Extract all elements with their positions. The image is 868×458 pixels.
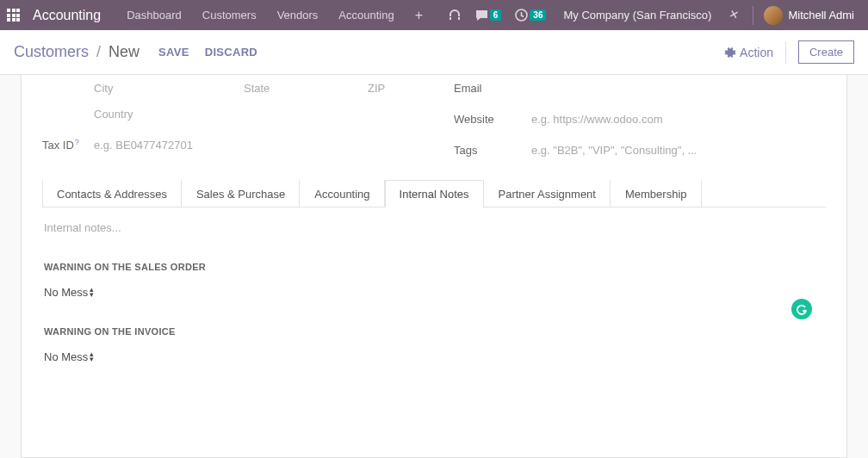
form-sheet: City State ZIP Country Tax ID? e.g. BE04… <box>21 75 847 458</box>
tags-input[interactable]: e.g. "B2B", "VIP", "Consulting", ... <box>531 144 697 157</box>
user-name: Mitchell Admi <box>788 9 854 22</box>
cp-divider <box>785 41 786 64</box>
tab-partner-assignment[interactable]: Partner Assignment <box>484 180 611 207</box>
email-label: Email <box>454 82 531 95</box>
nav-divider <box>753 6 753 25</box>
tags-label: Tags <box>454 144 531 157</box>
tab-sales-purchase[interactable]: Sales & Purchase <box>182 180 300 207</box>
website-label: Website <box>454 113 531 126</box>
action-label: Action <box>740 46 773 59</box>
nav-accounting[interactable]: Accounting <box>328 0 404 30</box>
tab-membership[interactable]: Membership <box>611 180 702 207</box>
gear-icon <box>724 46 736 59</box>
help-icon[interactable]: ? <box>75 138 79 146</box>
nav-dashboard[interactable]: Dashboard <box>116 0 192 30</box>
activities-icon[interactable]: 36 <box>508 0 553 30</box>
breadcrumb-sep: / <box>96 43 101 60</box>
create-button[interactable]: Create <box>798 40 854 64</box>
tabs: Contacts & Addresses Sales & Purchase Ac… <box>42 180 826 207</box>
chevron-updown-icon: ▴▾ <box>90 286 94 299</box>
tab-accounting[interactable]: Accounting <box>300 180 384 207</box>
tax-id-input[interactable]: e.g. BE0477472701 <box>94 139 193 152</box>
tax-id-label: Tax ID? <box>42 138 94 152</box>
control-panel: Customers / New SAVE DISCARD Action Crea… <box>0 30 868 75</box>
action-dropdown[interactable]: Action <box>724 46 773 59</box>
internal-notes-input[interactable]: Internal notes... <box>44 221 824 234</box>
tab-internal-notes[interactable]: Internal Notes <box>385 180 484 207</box>
debug-icon[interactable] <box>722 0 749 30</box>
sales-warning-select[interactable]: No Mess▴▾ <box>44 286 94 299</box>
user-menu[interactable]: Mitchell Admi <box>757 6 861 25</box>
sales-warning-title: WARNING ON THE SALES ORDER <box>44 262 824 272</box>
tab-contacts[interactable]: Contacts & Addresses <box>42 180 182 207</box>
support-icon[interactable] <box>441 0 468 30</box>
apps-icon[interactable] <box>7 7 24 24</box>
discard-button[interactable]: DISCARD <box>205 46 257 59</box>
app-name[interactable]: Accounting <box>33 8 101 23</box>
invoice-warning-title: WARNING ON THE INVOICE <box>44 326 824 337</box>
messages-badge: 6 <box>490 9 502 21</box>
nav-customers[interactable]: Customers <box>192 0 267 30</box>
activities-badge: 36 <box>530 9 546 21</box>
invoice-warning-select[interactable]: No Mess▴▾ <box>44 350 94 363</box>
breadcrumb-current: New <box>108 43 140 60</box>
breadcrumb-root[interactable]: Customers <box>14 43 89 60</box>
company-selector[interactable]: My Company (San Francisco) <box>553 0 722 30</box>
top-nav: Accounting Dashboard Customers Vendors A… <box>0 0 868 30</box>
save-button[interactable]: SAVE <box>158 46 189 59</box>
state-input[interactable]: State <box>244 82 295 95</box>
zip-input[interactable]: ZIP <box>368 82 419 95</box>
city-input[interactable]: City <box>94 82 146 95</box>
nav-plus-icon[interactable]: + <box>405 0 433 30</box>
chevron-updown-icon: ▴▾ <box>90 350 94 363</box>
website-input[interactable]: e.g. https://www.odoo.com <box>531 113 662 126</box>
tab-panel: Internal notes... WARNING ON THE SALES O… <box>42 207 826 377</box>
country-input[interactable]: Country <box>94 108 133 121</box>
grammarly-icon[interactable] <box>791 299 812 319</box>
nav-vendors[interactable]: Vendors <box>267 0 329 30</box>
breadcrumb: Customers / New <box>14 43 140 61</box>
avatar <box>764 6 783 25</box>
messages-icon[interactable]: 6 <box>468 0 509 30</box>
